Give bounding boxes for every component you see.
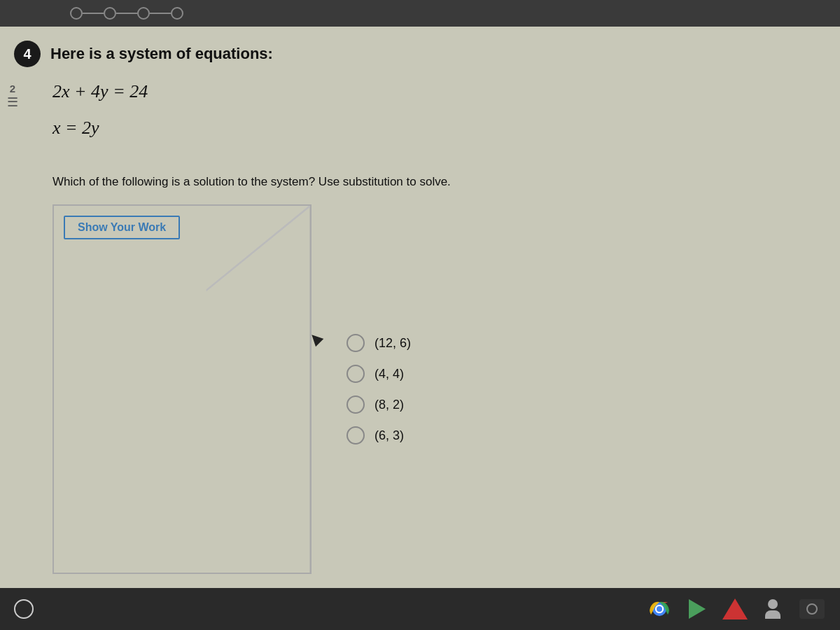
work-answers-row: Show Your Work (12, 6) (4, 4) (52, 204, 819, 574)
question-header: 4 Here is a system of equations: (14, 41, 819, 67)
person-icon[interactable] (760, 596, 785, 622)
answer-option-d[interactable]: (6, 3) (346, 426, 411, 444)
answer-option-a[interactable]: (12, 6) (346, 334, 411, 352)
progress-dots (70, 7, 183, 20)
question-title: Here is a system of equations: (50, 45, 273, 63)
taskbar-home-circle[interactable] (14, 599, 34, 619)
progress-dot-3 (137, 7, 150, 20)
answer-label-d: (6, 3) (374, 428, 404, 443)
screen: 2 ☰ 4 Here is a system of equations: 2x … (0, 0, 840, 630)
answer-option-c[interactable]: (8, 2) (346, 396, 411, 414)
main-content: 2 ☰ 4 Here is a system of equations: 2x … (0, 27, 840, 588)
work-box: Show Your Work (52, 204, 312, 574)
top-bar (0, 0, 840, 27)
answer-label-a: (12, 6) (374, 336, 411, 351)
equation-1: 2x + 4y = 24 (52, 81, 819, 102)
question-number-badge: 4 (14, 41, 41, 67)
chrome-icon[interactable] (647, 596, 672, 622)
radio-d[interactable] (346, 426, 365, 444)
camera-icon[interactable] (798, 596, 826, 622)
dot-line-2 (116, 13, 137, 14)
taskbar-left (14, 599, 34, 619)
equation-2: x = 2y (52, 118, 819, 139)
progress-dot-4 (171, 7, 183, 20)
question-text: Which of the following is a solution to … (52, 175, 819, 189)
mountain-icon[interactable] (722, 596, 748, 622)
radio-a[interactable] (346, 334, 365, 352)
answer-option-b[interactable]: (4, 4) (346, 365, 411, 383)
dot-line-1 (83, 13, 104, 14)
show-work-button[interactable]: Show Your Work (64, 216, 180, 239)
dot-line-3 (150, 13, 171, 14)
radio-c[interactable] (346, 396, 365, 414)
taskbar-right (647, 596, 826, 622)
side-number: 2 (10, 83, 15, 94)
radio-b[interactable] (346, 365, 365, 383)
answer-label-c: (8, 2) (374, 398, 404, 412)
answer-label-b: (4, 4) (374, 367, 404, 382)
taskbar (0, 588, 840, 630)
answers-area: (12, 6) (4, 4) (8, 2) (6, 3) (326, 204, 411, 574)
progress-dot-1 (70, 7, 83, 20)
progress-dot-2 (104, 7, 116, 20)
side-label: 2 ☰ (7, 83, 18, 110)
equations: 2x + 4y = 24 x = 2y (52, 81, 819, 154)
diagonal-decoration (54, 206, 310, 573)
play-icon[interactable] (685, 596, 710, 622)
side-icon: ☰ (7, 94, 18, 110)
svg-line-1 (206, 206, 310, 290)
svg-point-6 (657, 606, 662, 612)
